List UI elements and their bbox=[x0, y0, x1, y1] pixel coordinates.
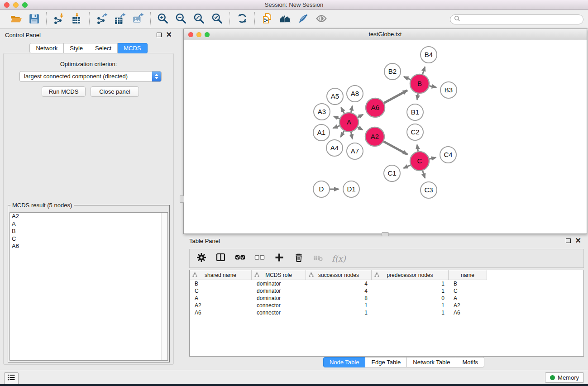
graph-edge-B-B3[interactable] bbox=[429, 86, 436, 87]
import-network-button[interactable] bbox=[53, 13, 65, 26]
graph-node-C2[interactable]: C2 bbox=[407, 124, 423, 140]
zoom-fit-button[interactable] bbox=[193, 13, 206, 26]
memory-button[interactable]: Memory bbox=[545, 372, 584, 383]
add-column-button[interactable] bbox=[273, 252, 285, 265]
graph-edge-C-C4[interactable] bbox=[429, 157, 436, 159]
delete-columns-button[interactable] bbox=[293, 252, 305, 265]
close-panel-icon[interactable]: ✕ bbox=[166, 33, 172, 37]
tab-network[interactable]: Network bbox=[29, 43, 64, 53]
search-field[interactable] bbox=[450, 14, 583, 24]
graph-edge-A2-C[interactable] bbox=[383, 141, 407, 155]
graph-edge-A-A5[interactable] bbox=[341, 108, 344, 114]
close-panel-button[interactable]: Close panel bbox=[91, 86, 139, 97]
table-row[interactable]: A2connector11A2 bbox=[190, 302, 583, 309]
export-network-button[interactable] bbox=[96, 13, 108, 26]
graph-edge-C-C2[interactable] bbox=[417, 145, 418, 152]
float-panel-icon[interactable] bbox=[157, 33, 162, 37]
graph-edge-B-B2[interactable] bbox=[404, 76, 411, 80]
tab-style[interactable]: Style bbox=[64, 43, 89, 53]
tab-network-table[interactable]: Network Table bbox=[407, 357, 456, 367]
list-scrollbar[interactable] bbox=[161, 213, 167, 360]
graph-edge-A-A4[interactable] bbox=[341, 130, 345, 137]
graph-node-C[interactable]: C bbox=[410, 152, 429, 171]
save-session-button[interactable] bbox=[28, 13, 40, 26]
network-minimize-button[interactable] bbox=[196, 32, 201, 37]
hide-graphics-details-button[interactable] bbox=[297, 13, 310, 26]
mcds-result-item[interactable]: B bbox=[10, 228, 167, 235]
show-hide-columns-button[interactable] bbox=[215, 252, 227, 265]
first-neighbors-button[interactable] bbox=[279, 13, 292, 26]
close-window-button[interactable] bbox=[4, 2, 10, 8]
mcds-result-item[interactable]: C bbox=[10, 235, 167, 243]
vertical-splitter-grip[interactable] bbox=[180, 195, 184, 203]
column-header-shared-name[interactable]: shared name bbox=[190, 270, 252, 280]
tab-motifs[interactable]: Motifs bbox=[456, 357, 484, 367]
table-row[interactable]: Bdominator41B bbox=[190, 280, 583, 287]
graph-edge-A-A1[interactable] bbox=[333, 125, 340, 128]
run-mcds-button[interactable]: Run MCDS bbox=[42, 86, 86, 97]
zoom-window-button[interactable] bbox=[22, 2, 28, 8]
column-header-name[interactable]: name bbox=[449, 270, 487, 280]
network-canvas[interactable]: B4B2BB3A5A8A6A3B1AA1C2A2A4A7C4CC1C3DD1 bbox=[184, 40, 587, 234]
minimize-window-button[interactable] bbox=[13, 2, 19, 8]
column-header-MCDS-role[interactable]: MCDS role bbox=[252, 270, 306, 280]
graph-node-B2[interactable]: B2 bbox=[384, 63, 401, 80]
export-image-button[interactable] bbox=[132, 13, 144, 26]
graph-edge-A-A6[interactable] bbox=[357, 114, 363, 118]
zoom-in-button[interactable] bbox=[157, 13, 169, 26]
network-zoom-button[interactable] bbox=[205, 32, 210, 37]
import-table-button[interactable] bbox=[71, 13, 83, 26]
tab-node-table[interactable]: Node Table bbox=[323, 357, 366, 367]
table-settings-button[interactable] bbox=[196, 252, 207, 265]
graph-node-A3[interactable]: A3 bbox=[314, 104, 330, 120]
zoom-selected-button[interactable] bbox=[211, 13, 224, 26]
graph-node-D1[interactable]: D1 bbox=[343, 181, 359, 197]
graph-node-B1[interactable]: B1 bbox=[407, 104, 423, 120]
mcds-result-item[interactable]: A bbox=[10, 220, 167, 228]
graph-node-A4[interactable]: A4 bbox=[326, 140, 343, 156]
graph-node-B[interactable]: B bbox=[410, 74, 429, 93]
graph-edge-A-A8[interactable] bbox=[351, 106, 352, 113]
network-from-selection-button[interactable] bbox=[261, 13, 273, 26]
column-header-successor-nodes[interactable]: successor nodes bbox=[306, 270, 372, 280]
graph-edge-A-A3[interactable] bbox=[334, 116, 340, 119]
mcds-result-item[interactable]: A2 bbox=[10, 213, 167, 220]
export-table-button[interactable] bbox=[114, 13, 126, 26]
column-header-predecessor-nodes[interactable]: predecessor nodes bbox=[372, 270, 449, 280]
graph-node-A2[interactable]: A2 bbox=[365, 127, 384, 146]
refresh-view-button[interactable] bbox=[236, 13, 249, 26]
optimization-criterion-select[interactable]: largest connected component (directed) bbox=[19, 71, 162, 82]
graph-node-A5[interactable]: A5 bbox=[327, 88, 343, 105]
tab-edge-table[interactable]: Edge Table bbox=[365, 357, 407, 367]
toggle-view-button[interactable] bbox=[315, 13, 328, 26]
zoom-out-button[interactable] bbox=[175, 13, 187, 26]
table-row[interactable]: Adominator80A bbox=[190, 295, 583, 302]
tab-select[interactable]: Select bbox=[89, 43, 118, 53]
open-session-button[interactable] bbox=[10, 13, 22, 26]
graph-node-A[interactable]: A bbox=[339, 113, 359, 132]
graph-edge-C-C3[interactable] bbox=[422, 170, 425, 178]
close-table-panel-icon[interactable]: ✕ bbox=[575, 238, 581, 243]
table-row[interactable]: A6connector11A6 bbox=[190, 309, 583, 316]
graph-node-A1[interactable]: A1 bbox=[313, 124, 330, 141]
graph-node-B4[interactable]: B4 bbox=[421, 47, 437, 63]
graph-node-C1[interactable]: C1 bbox=[384, 165, 400, 181]
graph-edge-A6-B[interactable] bbox=[383, 91, 407, 104]
float-table-panel-icon[interactable] bbox=[566, 238, 571, 243]
graph-node-A7[interactable]: A7 bbox=[347, 143, 363, 159]
graph-edge-C-C1[interactable] bbox=[404, 165, 411, 168]
table-row[interactable]: Cdominator41C bbox=[190, 287, 583, 295]
network-close-button[interactable] bbox=[188, 32, 193, 37]
graph-edge-B-B1[interactable] bbox=[417, 93, 418, 100]
graph-node-B3[interactable]: B3 bbox=[440, 82, 457, 98]
graph-node-A8[interactable]: A8 bbox=[347, 86, 363, 102]
graph-node-C4[interactable]: C4 bbox=[440, 147, 456, 163]
graph-edge-B-B4[interactable] bbox=[422, 67, 425, 75]
graph-node-C3[interactable]: C3 bbox=[421, 182, 437, 198]
select-all-button[interactable] bbox=[234, 252, 246, 265]
task-history-button[interactable] bbox=[4, 372, 19, 385]
mcds-result-item[interactable]: A6 bbox=[10, 243, 167, 250]
tab-mcds[interactable]: MCDS bbox=[118, 43, 147, 53]
deselect-all-button[interactable] bbox=[254, 252, 266, 265]
graph-edge-A-A7[interactable] bbox=[351, 131, 352, 139]
